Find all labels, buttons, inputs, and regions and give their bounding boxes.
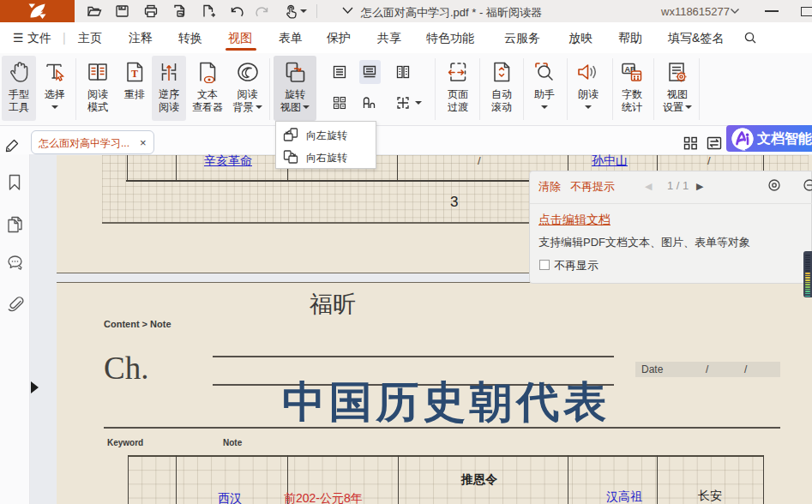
svg-text:T: T [131, 68, 138, 80]
